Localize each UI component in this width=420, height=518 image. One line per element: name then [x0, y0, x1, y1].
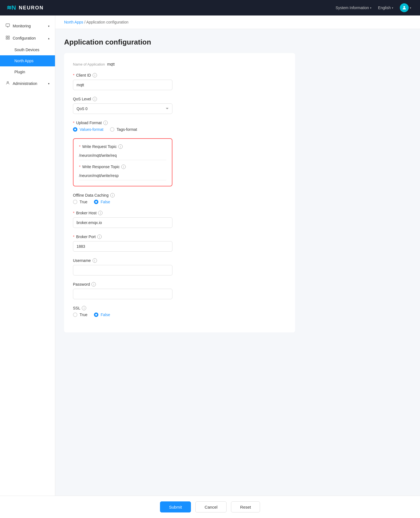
client-id-input[interactable] — [73, 80, 172, 90]
upload-format-values[interactable]: Values-format — [73, 127, 103, 132]
upload-format-required: * — [73, 121, 74, 125]
main-content: North Apps / Application configuration A… — [55, 15, 420, 518]
write-request-info-icon[interactable]: i — [118, 144, 123, 149]
write-request-required: * — [79, 144, 80, 149]
broker-port-input[interactable] — [73, 241, 172, 252]
sidebar-item-south-devices[interactable]: South Devices — [0, 44, 55, 55]
form-section: Name of Application mqtt * Client ID i Q… — [64, 53, 295, 332]
header-right: System Information ▾ English ▾ ▾ — [333, 2, 413, 13]
qos-level-select[interactable]: QoS 0 QoS 1 QoS 2 — [73, 103, 172, 114]
write-response-topic-input[interactable] — [79, 171, 166, 180]
svg-rect-5 — [8, 36, 9, 37]
username-input[interactable] — [73, 265, 172, 275]
app-header: ≋N NEURON System Information ▾ English ▾… — [0, 0, 420, 15]
upload-format-radio-group: Values-format Tags-format — [73, 127, 286, 132]
svg-rect-7 — [8, 38, 9, 39]
breadcrumb-parent[interactable]: North Apps — [64, 20, 83, 24]
write-response-required: * — [79, 165, 80, 169]
svg-point-0 — [403, 6, 405, 8]
app-name-value: mqtt — [107, 62, 115, 66]
sidebar-item-monitoring[interactable]: Monitoring ▾ — [0, 20, 55, 32]
offline-caching-true[interactable]: True — [73, 200, 87, 204]
password-input[interactable] — [73, 289, 172, 299]
system-info-chevron-icon: ▾ — [370, 6, 371, 9]
logo-icon: ≋N — [7, 4, 16, 11]
write-request-topic-label: Write Request Topic — [82, 144, 117, 149]
ssl-false[interactable]: False — [94, 313, 110, 317]
sidebar-configuration-label: Configuration — [13, 36, 36, 40]
sidebar-administration-label: Administration — [13, 81, 37, 86]
sidebar-item-administration[interactable]: Administration ▾ — [0, 77, 55, 90]
upload-format-info-icon[interactable]: i — [103, 121, 108, 125]
write-request-topic-field: * Write Request Topic i — [79, 144, 166, 160]
configuration-expand-icon: ▴ — [48, 37, 49, 40]
values-format-label: Values-format — [80, 127, 103, 132]
username-info-icon[interactable]: i — [93, 258, 97, 263]
administration-icon — [6, 81, 10, 86]
configuration-icon — [6, 35, 10, 41]
password-field: Password i — [73, 282, 286, 299]
user-avatar — [400, 3, 409, 12]
qos-level-field: QoS Level i QoS 0 QoS 1 QoS 2 — [73, 97, 286, 114]
ssl-radio-group: True False — [73, 313, 286, 317]
tags-format-radio[interactable] — [110, 127, 114, 132]
page-title: Application configuration — [64, 38, 295, 46]
upload-format-field: * Upload Format i Values-format Tags-for… — [73, 121, 286, 132]
breadcrumb-separator: / — [84, 20, 85, 24]
sidebar: Monitoring ▾ Configuration ▴ South Devic… — [0, 15, 55, 518]
tags-format-label: Tags-format — [117, 127, 137, 132]
ssl-true-label: True — [80, 313, 87, 317]
language-label: English — [378, 6, 391, 10]
username-label: Username — [73, 258, 91, 263]
broker-host-info-icon[interactable]: i — [98, 211, 103, 215]
write-response-topic-field: * Write Response Topic i — [79, 165, 166, 180]
sidebar-item-plugin[interactable]: Plugin — [0, 66, 55, 77]
system-information-button[interactable]: System Information ▾ — [333, 4, 374, 11]
ssl-true[interactable]: True — [73, 313, 87, 317]
submit-button[interactable]: Submit — [160, 501, 191, 512]
language-button[interactable]: English ▾ — [376, 4, 395, 11]
user-menu-button[interactable]: ▾ — [398, 2, 413, 13]
write-request-topic-input[interactable] — [79, 151, 166, 160]
offline-caching-false[interactable]: False — [94, 200, 110, 204]
sidebar-item-north-apps[interactable]: North Apps — [0, 55, 55, 66]
offline-data-caching-label: Offline Data Caching — [73, 193, 109, 197]
broker-host-input[interactable] — [73, 217, 172, 228]
monitoring-icon — [6, 23, 10, 29]
footer-bar: Submit Cancel Reset — [0, 496, 420, 518]
sidebar-plugin-label: Plugin — [14, 70, 25, 74]
reset-button[interactable]: Reset — [231, 501, 260, 512]
sidebar-item-configuration[interactable]: Configuration ▴ — [0, 32, 55, 44]
logo-text: NEURON — [19, 5, 44, 11]
write-response-topic-label: Write Response Topic — [82, 165, 120, 169]
system-information-label: System Information — [335, 6, 369, 10]
sidebar-south-devices-label: South Devices — [14, 48, 39, 52]
upload-format-label: Upload Format — [76, 121, 102, 125]
client-id-label: Client ID — [76, 73, 91, 77]
breadcrumb-current: Application configuration — [86, 20, 128, 24]
qos-level-label: QoS Level — [73, 97, 91, 101]
client-id-info-icon[interactable]: i — [93, 73, 97, 77]
client-id-field: * Client ID i — [73, 73, 286, 90]
ssl-false-label: False — [101, 313, 110, 317]
ssl-info-icon[interactable]: i — [82, 306, 86, 310]
offline-caching-true-radio[interactable] — [73, 200, 77, 204]
ssl-true-radio[interactable] — [73, 313, 77, 317]
offline-data-caching-info-icon[interactable]: i — [110, 193, 115, 197]
broker-port-label: Broker Port — [76, 235, 96, 239]
ssl-false-radio[interactable] — [94, 313, 98, 317]
offline-data-caching-field: Offline Data Caching i True False — [73, 193, 286, 204]
topic-group: * Write Request Topic i * Write Response… — [73, 138, 172, 186]
write-response-info-icon[interactable]: i — [121, 165, 126, 169]
cancel-button[interactable]: Cancel — [195, 501, 227, 512]
ssl-field: SSL i True False — [73, 306, 286, 317]
password-label: Password — [73, 282, 90, 287]
values-format-radio[interactable] — [73, 127, 77, 132]
administration-expand-icon: ▾ — [48, 82, 49, 85]
upload-format-tags[interactable]: Tags-format — [110, 127, 137, 132]
qos-level-info-icon[interactable]: i — [93, 97, 97, 101]
password-info-icon[interactable]: i — [91, 282, 96, 287]
broker-port-info-icon[interactable]: i — [97, 235, 102, 239]
broker-port-required: * — [73, 235, 74, 239]
offline-caching-false-radio[interactable] — [94, 200, 98, 204]
